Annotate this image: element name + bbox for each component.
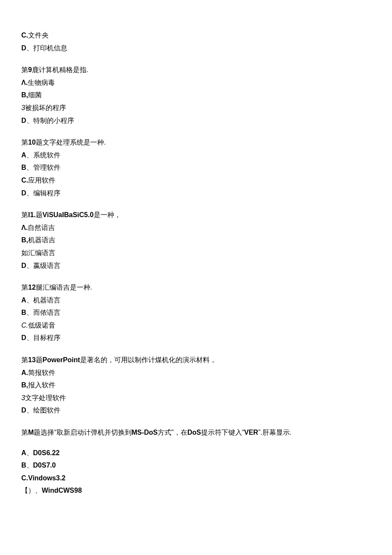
text-segment: B (21, 309, 26, 316)
text-segment: B (21, 164, 26, 171)
text-line: C.文件央 (21, 29, 371, 42)
text-segment: B, (21, 91, 28, 99)
text-segment: 12 (28, 284, 36, 291)
text-segment: 是著名的，可用以制作计煤机化的演示材料， (80, 356, 216, 363)
text-segment: 机器语吉 (28, 236, 55, 244)
text-segment: 3 (21, 394, 25, 401)
text-segment: 、系统软件 (26, 151, 61, 159)
text-segment: 题文字处理系统是一种. (36, 139, 106, 146)
text-line: 第10题文字处理系统是一种. (21, 136, 371, 149)
text-segment: 低级诺音 (28, 322, 55, 329)
text-segment: 、编辑程序 (26, 189, 61, 197)
text-line: A、机器语言 (21, 294, 371, 307)
text-segment: D (21, 117, 26, 124)
text-line: B、D0S7.0 (21, 459, 371, 472)
text-line: 3文字处理软件 (21, 392, 371, 404)
text-segment: 生物病毒 (28, 79, 55, 86)
text-segment: 第 (21, 356, 28, 363)
text-segment: 第 (21, 211, 28, 218)
text-segment: 、机器语言 (26, 296, 61, 304)
text-line: 3被损坏的程序 (21, 102, 371, 114)
text-segment: 9 (28, 66, 32, 73)
text-line: 如汇编语言 (21, 247, 371, 259)
text-segment: 文件央 (28, 32, 49, 39)
text-segment: A (21, 449, 26, 456)
text-segment: 肝幕显示. (262, 429, 291, 436)
text-segment: 细菌 (28, 91, 42, 99)
text-segment: 3 (21, 104, 25, 111)
text-segment: 第 (21, 429, 28, 436)
text-line: C.Vindows3.2 (21, 472, 371, 485)
text-line: 第I1.题ViSUaIBaSiC5.0是一种， (21, 209, 371, 221)
text-segment: 10 (28, 139, 36, 146)
text-segment: 简报软件 (28, 369, 55, 376)
text-line: D、嬴级语言 (21, 259, 371, 272)
text-segment: 、目标程序 (26, 334, 61, 341)
text-line: D、目标程序 (21, 331, 371, 344)
text-segment: C. (21, 32, 28, 39)
text-segment: 应用软件 (28, 177, 55, 184)
text-line: B,报入软件 (21, 379, 371, 392)
text-line: B、而侬语言 (21, 306, 371, 319)
text-segment: D (21, 407, 26, 414)
text-segment: 方式"，在 (158, 429, 187, 436)
text-line: C.低级诺音 (21, 319, 371, 332)
text-segment: ”. (258, 429, 262, 436)
text-segment: B (21, 462, 26, 469)
text-segment: A (21, 296, 26, 304)
text-segment: D0S6.22 (33, 449, 60, 456)
text-line: D、打印机信息 (21, 42, 371, 55)
text-line: 【）、WindCWS98 (21, 484, 371, 497)
text-segment: 、嬴级语言 (26, 262, 61, 269)
text-segment: 题 (36, 211, 43, 218)
text-line: B、管理软件 (21, 161, 371, 174)
text-segment: 、 (26, 449, 33, 456)
text-segment: I1. (28, 211, 36, 218)
text-segment: 、而侬语言 (26, 309, 61, 316)
text-segment: D (21, 334, 26, 341)
text-segment: 、绘图软件 (26, 407, 61, 414)
text-segment: 【）、 (21, 487, 42, 494)
text-segment: A (21, 151, 26, 159)
text-line: 第13题PowerPoint是著名的，可用以制作计煤机化的演示材料， (21, 354, 371, 366)
text-line: D、编辑程序 (21, 187, 371, 200)
text-segment: C.Vindows3.2 (21, 474, 66, 482)
text-segment: 、 (26, 462, 33, 469)
text-segment: WindCWS98 (42, 487, 82, 494)
text-segment: 提示符下键入“ (201, 429, 244, 436)
text-line: 第12腿汇编语吉是一种. (21, 281, 371, 294)
text-segment: 报入软件 (28, 381, 55, 389)
text-segment: MS-DoS (132, 429, 158, 436)
text-line: 第M题选择“取新启动计弹机并切换到MS-DoS方式"，在DoS提示符下键入“VE… (21, 426, 371, 439)
text-segment: 、打印机信息 (26, 44, 67, 52)
text-segment: 如汇编语言 (21, 249, 55, 256)
text-segment: C. (21, 177, 28, 184)
text-line: C.应用软件 (21, 174, 371, 187)
text-segment: 自然谙吉 (28, 224, 55, 231)
text-segment: D (21, 44, 26, 52)
text-segment: A. (21, 369, 28, 376)
text-segment: ViSUaIBaSiC5.0 (43, 211, 94, 218)
text-segment: 、特制的小程序 (26, 117, 74, 124)
text-segment: DoS (187, 429, 201, 436)
text-segment: PowerPoint (43, 356, 80, 363)
text-segment: 第 (21, 66, 28, 73)
text-segment: 题选择“取新启动计弹机并切换到 (34, 429, 131, 436)
text-segment: Λ. (21, 79, 28, 86)
text-line: Λ.生物病毒 (21, 76, 371, 89)
text-segment: 鹿计算机精格是指. (32, 66, 88, 73)
text-segment: 13 (28, 356, 36, 363)
text-segment: 题 (36, 356, 43, 363)
text-line: B,细菌 (21, 89, 371, 102)
text-segment: M (28, 429, 34, 436)
text-segment: Λ. (21, 224, 28, 231)
text-segment: D0S7.0 (33, 462, 56, 469)
text-segment: 第 (21, 284, 28, 291)
text-segment: 是一种， (94, 211, 121, 218)
text-line: A、系统软件 (21, 149, 371, 162)
text-line: Λ.自然谙吉 (21, 221, 371, 234)
text-segment: 第 (21, 139, 28, 146)
text-segment: D (21, 189, 26, 197)
text-line: 第9鹿计算机精格是指. (21, 64, 371, 76)
text-line: D、绘图软件 (21, 404, 371, 417)
